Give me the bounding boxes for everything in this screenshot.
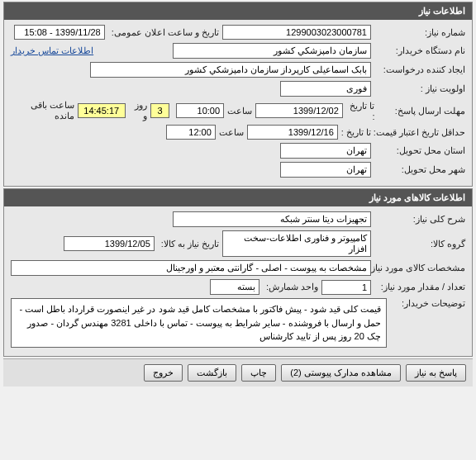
priority-field: فوری	[280, 81, 371, 97]
need-date-label: تاریخ نیاز به کالا:	[158, 239, 219, 249]
button-bar: پاسخ به نیاز مشاهده مدارک پیوستی (2) چاپ…	[3, 358, 473, 386]
validity-date: 1399/12/16	[247, 125, 338, 140]
buyer-notes-label: توضیحات خریدار:	[390, 298, 465, 309]
exit-button[interactable]: خروج	[144, 364, 183, 382]
need-date-field: 1399/12/05	[64, 236, 155, 251]
group-label: گروه کالا:	[374, 239, 465, 249]
validity-until-label: تا تاریخ :	[341, 127, 371, 138]
buyer-org-field: سازمان دامپزشکي کشور	[173, 43, 371, 59]
general-desc-field: تجهیزات دیتا سنتر شبکه	[173, 211, 371, 227]
buyer-org-label: نام دستگاه خریدار:	[374, 45, 465, 56]
deadline-time: 10:00	[176, 103, 224, 118]
announce-label: تاریخ و ساعت اعلان عمومی:	[108, 27, 219, 38]
specs-field: مشخصات به پیوست - اصلی - گارانتی معتبر و…	[11, 260, 371, 276]
qty-field: 1	[321, 280, 371, 295]
goods-info-panel: اطلاعات کالاهای مورد نیاز شرح کلی نیاز: …	[3, 188, 473, 357]
qty-label: تعداد / مقدار مورد نیاز:	[374, 282, 465, 292]
city-label: شهر محل تحویل:	[374, 164, 465, 175]
buyer-notes-field: قیمت کلی قید شود - پیش فاکتور با مشخصات …	[11, 298, 387, 348]
time-label-2: ساعت	[219, 127, 244, 138]
respond-button[interactable]: پاسخ به نیاز	[406, 364, 466, 382]
validity-time: 12:00	[166, 125, 216, 140]
validity-label: حداقل تاریخ اعتبار قیمت:	[374, 127, 465, 138]
unit-field: بسته	[210, 279, 259, 295]
unit-label: واحد شمارش:	[263, 282, 318, 292]
requester-field: بابک اسماعیلی کارپرداز سازمان دامپزشکي ک…	[90, 62, 371, 78]
announce-value: 1399/11/28 - 15:08	[14, 25, 105, 40]
need-info-header: اطلاعات نیاز	[4, 2, 472, 20]
province-label: استان محل تحویل:	[374, 145, 465, 156]
group-field: کامپیوتر و فناوری اطلاعات-سخت افزار	[222, 230, 371, 257]
back-button[interactable]: بازگشت	[188, 364, 236, 382]
remaining-label: ساعت باقی مانده	[11, 100, 74, 121]
until-label: تا تاریخ :	[346, 101, 375, 121]
deadline-label: مهلت ارسال پاسخ:	[378, 106, 465, 116]
time-label-1: ساعت	[227, 106, 252, 116]
requester-label: ایجاد کننده درخواست:	[374, 64, 465, 75]
priority-label: اولویت نیاز :	[374, 83, 465, 94]
need-number-field: 1299003023000781	[222, 25, 371, 40]
city-field: تهران	[280, 162, 371, 178]
deadline-date: 1399/12/02	[255, 103, 343, 118]
days-remaining: 3	[150, 103, 169, 118]
general-desc-label: شرح کلی نیاز:	[374, 214, 465, 225]
need-info-panel: اطلاعات نیاز شماره نیاز: 129900302300078…	[3, 2, 473, 187]
days-label: روز و	[129, 100, 147, 121]
countdown: 14:45:17	[78, 103, 126, 118]
buyer-contact-link[interactable]: اطلاعات تماس خریدار	[11, 45, 93, 56]
print-button[interactable]: چاپ	[241, 364, 276, 382]
need-number-label: شماره نیاز:	[374, 27, 465, 38]
specs-label: مشخصات کالای مورد نیاز:	[374, 263, 465, 273]
goods-info-header: اطلاعات کالاهای مورد نیاز	[4, 189, 472, 206]
province-field: تهران	[280, 143, 371, 159]
attachments-button[interactable]: مشاهده مدارک پیوستی (2)	[281, 364, 401, 382]
